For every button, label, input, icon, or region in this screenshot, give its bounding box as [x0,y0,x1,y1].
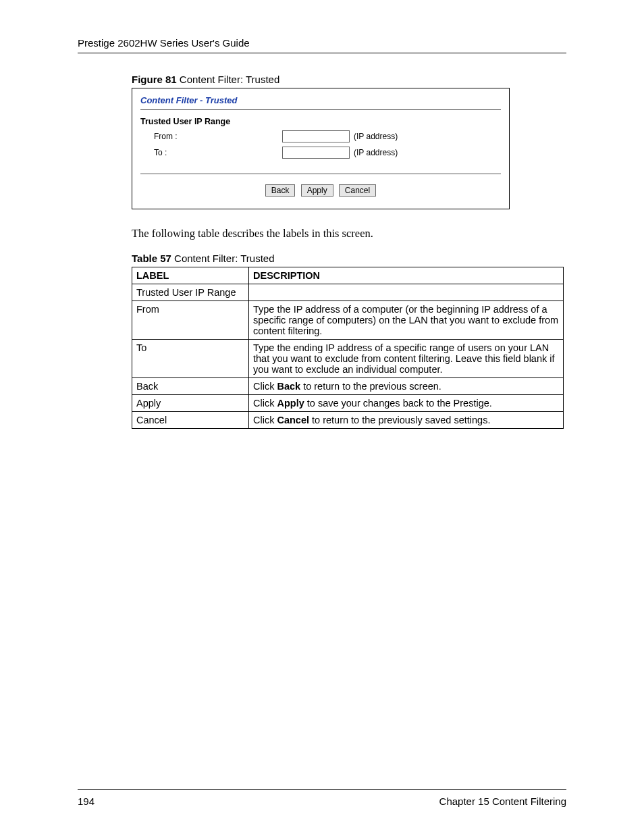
th-label: LABEL [132,267,249,284]
chapter-label: Chapter 15 Content Filtering [439,796,566,807]
table-row: Trusted User IP Range [132,284,564,301]
cell-desc: Click Cancel to return to the previously… [249,412,564,429]
section-heading: Trusted User IP Range [140,117,501,126]
figure-number: Figure 81 [132,74,177,85]
table-title: Content Filter: Trusted [171,253,275,264]
back-button[interactable]: Back [265,184,296,197]
cell-label: From [132,301,249,340]
to-label: To : [140,148,282,157]
cell-label: To [132,340,249,378]
table-row: Apply Click Apply to save your changes b… [132,395,564,412]
page-footer: 194 Chapter 15 Content Filtering [78,789,566,807]
cell-label: Cancel [132,412,249,429]
page-header: Prestige 2602HW Series User's Guide [78,37,566,53]
cell-label: Apply [132,395,249,412]
panel-divider [140,174,501,174]
cell-label: Trusted User IP Range [132,284,249,301]
cancel-button[interactable]: Cancel [339,184,376,197]
figure-caption: Figure 81 Content Filter: Trusted [132,74,566,85]
page-number: 194 [78,796,95,807]
table-row: From Type the IP address of a computer (… [132,301,564,340]
from-hint: (IP address) [354,132,398,141]
table-number: Table 57 [132,253,171,264]
table-header-row: LABEL DESCRIPTION [132,267,564,284]
table-caption: Table 57 Content Filter: Trusted [132,253,566,264]
cell-desc: Click Back to return to the previous scr… [249,378,564,395]
cell-desc: Type the ending IP address of a specific… [249,340,564,378]
th-description: DESCRIPTION [249,267,564,284]
cell-desc: Type the IP address of a computer (or th… [249,301,564,340]
screenshot-panel: Content Filter - Trusted Trusted User IP… [132,88,510,209]
table-row: Back Click Back to return to the previou… [132,378,564,395]
from-input[interactable] [282,130,350,142]
description-table: LABEL DESCRIPTION Trusted User IP Range … [132,267,564,429]
to-hint: (IP address) [354,148,398,157]
button-row: Back Apply Cancel [140,184,501,197]
table-row: Cancel Click Cancel to return to the pre… [132,412,564,429]
to-row: To : (IP address) [140,147,501,159]
apply-button[interactable]: Apply [301,184,333,197]
figure-title: Content Filter: Trusted [177,74,280,85]
to-input[interactable] [282,147,350,159]
header-title: Prestige 2602HW Series User's Guide [78,37,250,49]
body-paragraph: The following table describes the labels… [132,227,566,240]
cell-desc [249,284,564,301]
table-row: To Type the ending IP address of a speci… [132,340,564,378]
cell-label: Back [132,378,249,395]
cell-desc: Click Apply to save your changes back to… [249,395,564,412]
from-label: From : [140,132,282,141]
panel-title: Content Filter - Trusted [140,95,501,110]
from-row: From : (IP address) [140,130,501,142]
